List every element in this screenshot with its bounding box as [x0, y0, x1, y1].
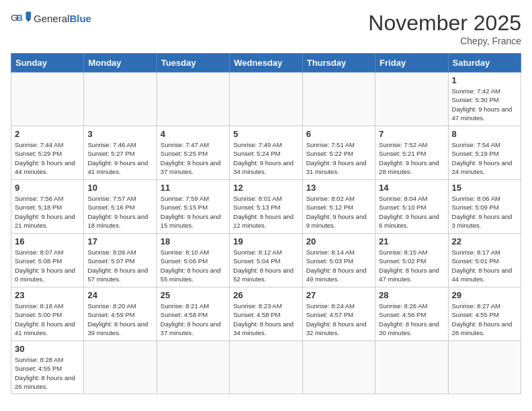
- calendar-cell: 20Sunrise: 8:14 AM Sunset: 5:03 PM Dayli…: [302, 234, 375, 287]
- day-number: 26: [233, 290, 298, 300]
- day-number: 30: [15, 344, 80, 354]
- day-info: Sunrise: 7:44 AM Sunset: 5:29 PM Dayligh…: [15, 140, 80, 176]
- day-info: Sunrise: 8:27 AM Sunset: 4:55 PM Dayligh…: [452, 302, 517, 337]
- day-number: 22: [452, 236, 517, 246]
- calendar-cell: 30Sunrise: 8:28 AM Sunset: 4:55 PM Dayli…: [11, 341, 84, 394]
- day-header-thursday: Thursday: [302, 54, 375, 73]
- day-number: 1: [452, 75, 517, 85]
- day-info: Sunrise: 8:26 AM Sunset: 4:56 PM Dayligh…: [379, 302, 444, 337]
- day-info: Sunrise: 8:02 AM Sunset: 5:12 PM Dayligh…: [306, 194, 371, 230]
- day-info: Sunrise: 7:52 AM Sunset: 5:21 PM Dayligh…: [379, 140, 444, 176]
- calendar-cell: 2Sunrise: 7:44 AM Sunset: 5:29 PM Daylig…: [11, 126, 84, 180]
- calendar-cell: 6Sunrise: 7:51 AM Sunset: 5:22 PM Daylig…: [302, 126, 375, 180]
- calendar-week-row: 30Sunrise: 8:28 AM Sunset: 4:55 PM Dayli…: [11, 341, 521, 394]
- day-header-friday: Friday: [375, 54, 448, 73]
- calendar-cell: 18Sunrise: 8:10 AM Sunset: 5:06 PM Dayli…: [157, 234, 229, 287]
- calendar-cell: 8Sunrise: 7:54 AM Sunset: 5:19 PM Daylig…: [448, 126, 521, 180]
- calendar-cell: 25Sunrise: 8:21 AM Sunset: 4:58 PM Dayli…: [157, 287, 229, 341]
- day-number: 9: [15, 183, 80, 193]
- day-number: 20: [306, 236, 371, 246]
- calendar-cell: 3Sunrise: 7:46 AM Sunset: 5:27 PM Daylig…: [84, 126, 157, 180]
- calendar-cell: [84, 73, 157, 126]
- calendar-cell: 13Sunrise: 8:02 AM Sunset: 5:12 PM Dayli…: [302, 180, 375, 234]
- calendar-cell: 22Sunrise: 8:17 AM Sunset: 5:01 PM Dayli…: [448, 234, 521, 287]
- day-number: 5: [233, 129, 298, 139]
- day-number: 4: [161, 129, 226, 139]
- day-number: 12: [233, 183, 298, 193]
- month-title: November 2025: [368, 11, 521, 36]
- calendar-cell: [230, 341, 302, 394]
- day-number: 13: [306, 183, 371, 193]
- day-info: Sunrise: 7:57 AM Sunset: 5:16 PM Dayligh…: [87, 194, 152, 230]
- day-info: Sunrise: 8:07 AM Sunset: 5:08 PM Dayligh…: [15, 248, 80, 283]
- day-info: Sunrise: 7:59 AM Sunset: 5:15 PM Dayligh…: [161, 194, 226, 230]
- calendar-cell: [302, 341, 375, 394]
- day-info: Sunrise: 8:15 AM Sunset: 5:02 PM Dayligh…: [379, 248, 444, 283]
- calendar-cell: 12Sunrise: 8:01 AM Sunset: 5:13 PM Dayli…: [230, 180, 302, 234]
- day-number: 3: [87, 129, 152, 139]
- day-number: 28: [379, 290, 444, 300]
- calendar-table: SundayMondayTuesdayWednesdayThursdayFrid…: [11, 53, 521, 394]
- calendar-cell: 19Sunrise: 8:12 AM Sunset: 5:04 PM Dayli…: [230, 234, 302, 287]
- calendar-cell: [302, 73, 375, 126]
- calendar-cell: 28Sunrise: 8:26 AM Sunset: 4:56 PM Dayli…: [375, 287, 448, 341]
- calendar-cell: 29Sunrise: 8:27 AM Sunset: 4:55 PM Dayli…: [448, 287, 521, 341]
- day-info: Sunrise: 8:12 AM Sunset: 5:04 PM Dayligh…: [233, 248, 298, 283]
- day-info: Sunrise: 8:17 AM Sunset: 5:01 PM Dayligh…: [452, 248, 517, 283]
- calendar-cell: 1Sunrise: 7:42 AM Sunset: 5:30 PM Daylig…: [448, 73, 521, 126]
- day-info: Sunrise: 7:47 AM Sunset: 5:25 PM Dayligh…: [161, 140, 226, 176]
- day-info: Sunrise: 7:51 AM Sunset: 5:22 PM Dayligh…: [306, 140, 371, 176]
- location: Chepy, France: [368, 36, 521, 46]
- calendar-cell: 24Sunrise: 8:20 AM Sunset: 4:59 PM Dayli…: [84, 287, 157, 341]
- calendar-cell: [230, 73, 302, 126]
- day-number: 19: [233, 236, 298, 246]
- svg-marker-3: [26, 19, 32, 22]
- day-info: Sunrise: 8:20 AM Sunset: 4:59 PM Dayligh…: [87, 302, 152, 337]
- day-info: Sunrise: 7:49 AM Sunset: 5:24 PM Dayligh…: [233, 140, 298, 176]
- logo-icon: G B: [11, 11, 31, 27]
- calendar-week-row: 9Sunrise: 7:56 AM Sunset: 5:18 PM Daylig…: [11, 180, 521, 234]
- day-info: Sunrise: 7:46 AM Sunset: 5:27 PM Dayligh…: [87, 140, 152, 176]
- calendar-week-row: 16Sunrise: 8:07 AM Sunset: 5:08 PM Dayli…: [11, 234, 521, 287]
- calendar-week-row: 1Sunrise: 7:42 AM Sunset: 5:30 PM Daylig…: [11, 73, 521, 126]
- page-header: G B GeneralBlue November 2025 Chepy, Fra…: [11, 11, 521, 46]
- day-info: Sunrise: 8:23 AM Sunset: 4:58 PM Dayligh…: [233, 302, 298, 337]
- day-header-saturday: Saturday: [448, 54, 521, 73]
- calendar-cell: 10Sunrise: 7:57 AM Sunset: 5:16 PM Dayli…: [84, 180, 157, 234]
- calendar-cell: 17Sunrise: 8:09 AM Sunset: 5:07 PM Dayli…: [84, 234, 157, 287]
- day-number: 7: [379, 129, 444, 139]
- day-number: 17: [87, 236, 152, 246]
- day-header-wednesday: Wednesday: [230, 54, 302, 73]
- calendar-cell: 7Sunrise: 7:52 AM Sunset: 5:21 PM Daylig…: [375, 126, 448, 180]
- calendar-cell: [157, 341, 229, 394]
- day-number: 14: [379, 183, 444, 193]
- calendar-cell: 9Sunrise: 7:56 AM Sunset: 5:18 PM Daylig…: [11, 180, 84, 234]
- day-info: Sunrise: 7:42 AM Sunset: 5:30 PM Dayligh…: [452, 87, 517, 122]
- day-number: 29: [452, 290, 517, 300]
- calendar-cell: 11Sunrise: 7:59 AM Sunset: 5:15 PM Dayli…: [157, 180, 229, 234]
- day-number: 24: [87, 290, 152, 300]
- calendar-cell: 27Sunrise: 8:24 AM Sunset: 4:57 PM Dayli…: [302, 287, 375, 341]
- day-info: Sunrise: 8:24 AM Sunset: 4:57 PM Dayligh…: [306, 302, 371, 337]
- calendar-cell: [448, 341, 521, 394]
- svg-text:B: B: [16, 13, 23, 23]
- calendar-header-row: SundayMondayTuesdayWednesdayThursdayFrid…: [11, 54, 521, 73]
- day-number: 6: [306, 129, 371, 139]
- day-number: 2: [15, 129, 80, 139]
- day-number: 18: [161, 236, 226, 246]
- day-info: Sunrise: 7:56 AM Sunset: 5:18 PM Dayligh…: [15, 194, 80, 230]
- calendar-cell: [11, 73, 84, 126]
- day-info: Sunrise: 8:28 AM Sunset: 4:55 PM Dayligh…: [15, 355, 80, 391]
- day-number: 10: [87, 183, 152, 193]
- day-info: Sunrise: 8:18 AM Sunset: 5:00 PM Dayligh…: [15, 302, 80, 337]
- calendar-cell: [84, 341, 157, 394]
- day-number: 8: [452, 129, 517, 139]
- day-info: Sunrise: 8:10 AM Sunset: 5:06 PM Dayligh…: [161, 248, 226, 283]
- calendar-cell: [375, 341, 448, 394]
- calendar-cell: 26Sunrise: 8:23 AM Sunset: 4:58 PM Dayli…: [230, 287, 302, 341]
- day-info: Sunrise: 8:01 AM Sunset: 5:13 PM Dayligh…: [233, 194, 298, 230]
- calendar-cell: 14Sunrise: 8:04 AM Sunset: 5:10 PM Dayli…: [375, 180, 448, 234]
- day-number: 16: [15, 236, 80, 246]
- calendar-cell: 16Sunrise: 8:07 AM Sunset: 5:08 PM Dayli…: [11, 234, 84, 287]
- calendar-cell: [157, 73, 229, 126]
